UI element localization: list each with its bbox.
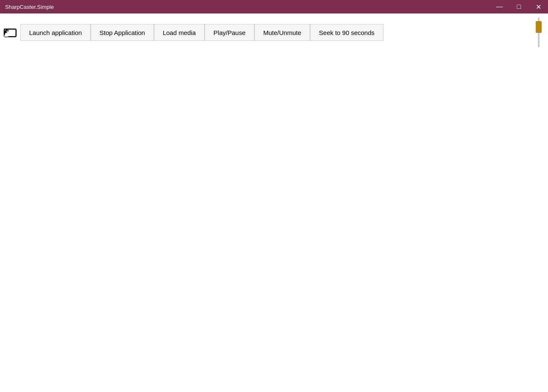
title-bar: SharpCaster.Simple — □ ✕ [0, 0, 548, 13]
stop-application-button[interactable]: Stop Application [91, 24, 154, 41]
app-title: SharpCaster.Simple [5, 4, 54, 10]
play-pause-button[interactable]: Play/Pause [205, 24, 254, 41]
mute-unmute-button[interactable]: Mute/Unmute [254, 24, 310, 41]
volume-slider[interactable] [538, 18, 540, 47]
svg-rect-1 [4, 35, 8, 37]
toolbar: Launch application Stop Application Load… [0, 13, 548, 51]
window-controls: — □ ✕ [490, 0, 548, 13]
seek-90-button[interactable]: Seek to 90 seconds [310, 24, 383, 41]
cast-icon-wrap [3, 27, 17, 38]
load-media-button[interactable]: Load media [154, 24, 205, 41]
cast-icon [3, 27, 17, 38]
minimize-button[interactable]: — [490, 0, 509, 13]
close-button[interactable]: ✕ [529, 0, 548, 13]
main-content [0, 51, 548, 392]
volume-slider-wrap[interactable] [538, 18, 540, 47]
maximize-button[interactable]: □ [509, 0, 529, 13]
launch-application-button[interactable]: Launch application [20, 24, 91, 41]
toolbar-buttons: Launch application Stop Application Load… [20, 24, 534, 41]
